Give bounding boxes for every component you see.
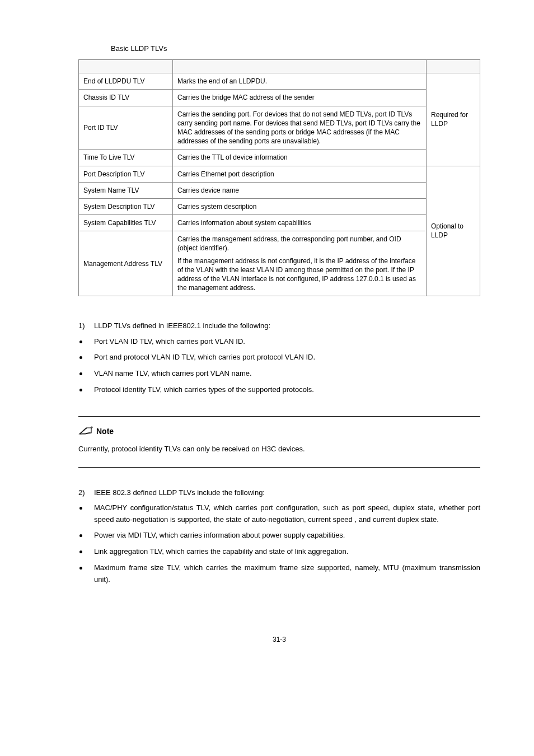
item-number: 1) bbox=[78, 321, 87, 331]
list-item: Power via MDI TLV, which carries informa… bbox=[78, 530, 480, 542]
tlv-desc-cell: Carries the TTL of device information bbox=[173, 150, 427, 166]
tlv-desc-cell: Carries Ethernet port description bbox=[173, 166, 427, 182]
table-caption: Basic LLDP TLVs bbox=[111, 44, 480, 54]
tlv-type-cell: Chassis ID TLV bbox=[79, 90, 173, 106]
table-header-type bbox=[79, 60, 173, 73]
table-row: System Name TLV Carries device name bbox=[79, 182, 480, 198]
tlv-desc-cell: Carries the bridge MAC address of the se… bbox=[173, 90, 427, 106]
note-text: Currently, protocol identity TLVs can on… bbox=[78, 444, 480, 454]
list-item: VLAN name TLV, which carries port VLAN n… bbox=[78, 368, 480, 380]
list-item: Protocol identity TLV, which carries typ… bbox=[78, 384, 480, 396]
mgmt-desc-p1: Carries the management address, the corr… bbox=[177, 235, 421, 253]
page-number: 31-3 bbox=[78, 635, 480, 645]
list-item: MAC/PHY configuration/status TLV, which … bbox=[78, 502, 480, 526]
bullet-list: Port VLAN ID TLV, which carries port VLA… bbox=[78, 336, 480, 396]
note-block: Note Currently, protocol identity TLVs c… bbox=[78, 416, 480, 468]
tlv-type-cell: System Capabilities TLV bbox=[79, 215, 173, 231]
table-row: Time To Live TLV Carries the TTL of devi… bbox=[79, 150, 480, 166]
table-row: Management Address TLV Carries the manag… bbox=[79, 231, 480, 296]
tlv-desc-cell: Carries the management address, the corr… bbox=[173, 231, 427, 296]
tlv-table: End of LLDPDU TLV Marks the end of an LL… bbox=[78, 59, 480, 296]
table-row: Port Description TLV Carries Ethernet po… bbox=[79, 166, 480, 182]
tlv-type-cell: End of LLDPDU TLV bbox=[79, 73, 173, 90]
tlv-type-cell: Time To Live TLV bbox=[79, 150, 173, 166]
table-header-remark bbox=[427, 60, 480, 73]
numbered-item: 1) LLDP TLVs defined in IEEE802.1 includ… bbox=[78, 321, 480, 331]
tlv-remark-cell: Required for LLDP bbox=[427, 73, 480, 166]
tlv-desc-cell: Carries device name bbox=[173, 182, 427, 198]
table-header-desc bbox=[173, 60, 427, 73]
item-text: IEEE 802.3 defined LLDP TLVs include the… bbox=[94, 488, 265, 498]
note-label: Note bbox=[96, 426, 114, 437]
list-item: Port and protocol VLAN ID TLV, which car… bbox=[78, 352, 480, 363]
item-number: 2) bbox=[78, 488, 87, 498]
item-text: LLDP TLVs defined in IEEE802.1 include t… bbox=[94, 321, 270, 331]
table-row: Chassis ID TLV Carries the bridge MAC ad… bbox=[79, 90, 480, 106]
section-ieee8021: 1) LLDP TLVs defined in IEEE802.1 includ… bbox=[78, 321, 480, 395]
table-header-row bbox=[79, 60, 480, 73]
list-item: Maximum frame size TLV, which carries th… bbox=[78, 562, 480, 586]
note-heading: Note bbox=[78, 424, 480, 439]
table-row: Port ID TLV Carries the sending port. Fo… bbox=[79, 106, 480, 150]
tlv-desc-cell: Carries system description bbox=[173, 198, 427, 214]
table-row: System Capabilities TLV Carries informat… bbox=[79, 215, 480, 231]
tlv-desc-cell: Marks the end of an LLDPDU. bbox=[173, 73, 427, 90]
table-row: End of LLDPDU TLV Marks the end of an LL… bbox=[79, 73, 480, 90]
bullet-list: MAC/PHY configuration/status TLV, which … bbox=[78, 502, 480, 586]
tlv-desc-cell: Carries information about system capabil… bbox=[173, 215, 427, 231]
tlv-type-cell: System Name TLV bbox=[79, 182, 173, 198]
list-item: Port VLAN ID TLV, which carries port VLA… bbox=[78, 336, 480, 348]
section-ieee8023: 2) IEEE 802.3 defined LLDP TLVs include … bbox=[78, 488, 480, 586]
table-row: System Description TLV Carries system de… bbox=[79, 198, 480, 214]
numbered-item: 2) IEEE 802.3 defined LLDP TLVs include … bbox=[78, 488, 480, 498]
tlv-desc-cell: Carries the sending port. For devices th… bbox=[173, 106, 427, 150]
note-icon bbox=[78, 424, 93, 439]
mgmt-desc-p2: If the management address is not configu… bbox=[177, 256, 421, 293]
tlv-type-cell: Port Description TLV bbox=[79, 166, 173, 182]
list-item: Link aggregation TLV, which carries the … bbox=[78, 546, 480, 558]
tlv-type-cell: Port ID TLV bbox=[79, 106, 173, 150]
tlv-type-cell: System Description TLV bbox=[79, 198, 173, 214]
tlv-type-cell: Management Address TLV bbox=[79, 231, 173, 296]
tlv-remark-cell: Optional to LLDP bbox=[427, 166, 480, 296]
